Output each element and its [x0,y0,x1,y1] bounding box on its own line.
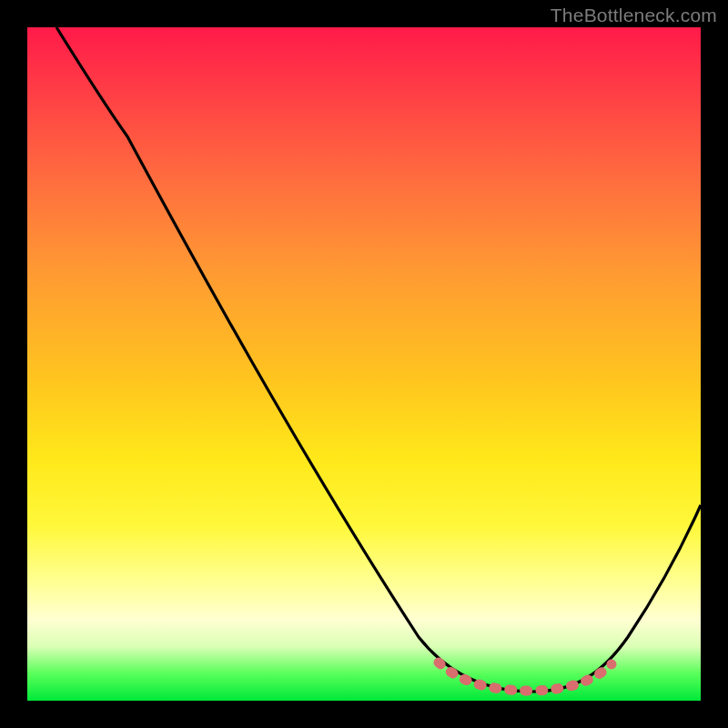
curve-layer [27,27,701,701]
bottleneck-curve [56,27,701,692]
optimal-range-marker [439,662,612,691]
chart-frame: TheBottleneck.com [0,0,728,728]
watermark-text: TheBottleneck.com [551,5,717,26]
plot-area [27,27,701,701]
